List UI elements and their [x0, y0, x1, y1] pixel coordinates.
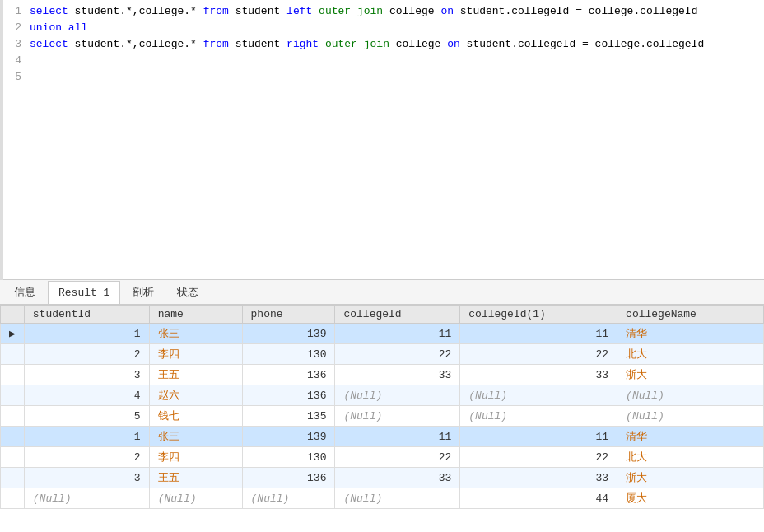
table-row[interactable]: 3王五1363333浙大 — [1, 365, 764, 385]
tabs-bar: 信息Result 1剖析状态 — [0, 280, 764, 305]
line-number: 4 — [0, 53, 30, 69]
table-row[interactable]: 2李四1302222北大 — [1, 344, 764, 365]
table-cell: 浙大 — [617, 365, 764, 385]
table-cell: 139 — [242, 324, 335, 344]
tab-Result-1[interactable]: Result 1 — [48, 281, 120, 304]
table-cell: 钱七 — [149, 406, 242, 427]
table-cell: 130 — [242, 344, 335, 365]
table-cell: 33 — [460, 365, 617, 385]
table-cell: 5 — [24, 406, 149, 427]
table-cell: (Null) — [460, 385, 617, 406]
table-cell: 清华 — [617, 324, 764, 344]
table-cell: 王五 — [149, 365, 242, 385]
left-bar — [0, 0, 3, 280]
row-indicator — [1, 344, 25, 365]
indicator-header — [1, 306, 25, 324]
table-cell: 李四 — [149, 344, 242, 365]
table-cell: 33 — [460, 468, 617, 488]
row-indicator — [1, 385, 25, 406]
line-content: select student.*,college.* from student … — [30, 3, 764, 20]
table-cell: 张三 — [149, 324, 242, 344]
line-number: 1 — [0, 3, 30, 20]
table-cell: 厦大 — [617, 488, 764, 509]
table-cell: (Null) — [149, 488, 242, 509]
column-header-collegeId(1): collegeId(1) — [460, 306, 617, 324]
tab-剖析[interactable]: 剖析 — [122, 281, 165, 304]
table-cell: 4 — [24, 385, 149, 406]
code-line: 3select student.*,college.* from student… — [0, 36, 764, 53]
table-cell: (Null) — [335, 488, 460, 509]
row-indicator: ▶ — [1, 324, 25, 344]
column-header-collegeName: collegeName — [617, 306, 764, 324]
table-cell: 北大 — [617, 447, 764, 468]
table-cell: (Null) — [335, 385, 460, 406]
code-line: 2union all — [0, 20, 764, 36]
table-cell: 11 — [335, 324, 460, 344]
table-cell: 136 — [242, 385, 335, 406]
table-cell: 1 — [24, 324, 149, 344]
table-cell: 130 — [242, 447, 335, 468]
line-number: 2 — [0, 20, 30, 36]
table-cell: 11 — [335, 427, 460, 447]
table-row[interactable]: 3王五1363333浙大 — [1, 468, 764, 488]
table-cell: 王五 — [149, 468, 242, 488]
table-cell: 11 — [460, 324, 617, 344]
row-indicator — [1, 488, 25, 509]
table-row[interactable]: 5钱七135(Null)(Null)(Null) — [1, 406, 764, 427]
table-cell: 136 — [242, 468, 335, 488]
table-row[interactable]: 2李四1302222北大 — [1, 447, 764, 468]
table-cell: 44 — [460, 488, 617, 509]
table-cell: 11 — [460, 427, 617, 447]
table-cell: 22 — [460, 344, 617, 365]
table-cell: 33 — [335, 365, 460, 385]
line-number: 5 — [0, 69, 30, 86]
column-header-phone: phone — [242, 306, 335, 324]
row-indicator — [1, 468, 25, 488]
table-cell: 浙大 — [617, 468, 764, 488]
table-cell: 22 — [335, 447, 460, 468]
line-number: 3 — [0, 36, 30, 53]
table-cell: 李四 — [149, 447, 242, 468]
table-cell: 135 — [242, 406, 335, 427]
table-cell: 张三 — [149, 427, 242, 447]
table-cell: 22 — [335, 344, 460, 365]
code-line: 4 — [0, 53, 764, 69]
table-cell: (Null) — [242, 488, 335, 509]
table-cell: 22 — [460, 447, 617, 468]
row-indicator — [1, 406, 25, 427]
table-cell: 1 — [24, 427, 149, 447]
result-table: studentIdnamephonecollegeIdcollegeId(1)c… — [0, 305, 764, 509]
column-header-collegeId: collegeId — [335, 306, 460, 324]
table-cell: 赵六 — [149, 385, 242, 406]
table-cell: 136 — [242, 365, 335, 385]
table-row[interactable]: 4赵六136(Null)(Null)(Null) — [1, 385, 764, 406]
line-content: union all — [30, 20, 764, 36]
row-indicator — [1, 427, 25, 447]
table-cell: (Null) — [617, 385, 764, 406]
table-row[interactable]: 1张三1391111清华 — [1, 427, 764, 447]
editor-area: 1select student.*,college.* from student… — [0, 0, 764, 280]
tab-信息[interactable]: 信息 — [3, 281, 46, 304]
column-header-studentId: studentId — [24, 306, 149, 324]
table-cell: (Null) — [460, 406, 617, 427]
column-header-name: name — [149, 306, 242, 324]
table-row[interactable]: (Null)(Null)(Null)(Null)44厦大 — [1, 488, 764, 509]
row-indicator — [1, 365, 25, 385]
table-cell: 33 — [335, 468, 460, 488]
tab-状态[interactable]: 状态 — [166, 281, 209, 304]
code-line: 1select student.*,college.* from student… — [0, 3, 764, 20]
result-area[interactable]: studentIdnamephonecollegeIdcollegeId(1)c… — [0, 305, 764, 509]
code-editor[interactable]: 1select student.*,college.* from student… — [0, 0, 764, 280]
table-cell: 3 — [24, 468, 149, 488]
line-content: select student.*,college.* from student … — [30, 36, 764, 53]
table-cell: (Null) — [335, 406, 460, 427]
code-line: 5 — [0, 69, 764, 86]
table-row[interactable]: ▶1张三1391111清华 — [1, 324, 764, 344]
table-cell: 3 — [24, 365, 149, 385]
table-cell: 139 — [242, 427, 335, 447]
table-cell: 清华 — [617, 427, 764, 447]
table-cell: 2 — [24, 447, 149, 468]
table-cell: (Null) — [617, 406, 764, 427]
row-indicator — [1, 447, 25, 468]
table-cell: 2 — [24, 344, 149, 365]
